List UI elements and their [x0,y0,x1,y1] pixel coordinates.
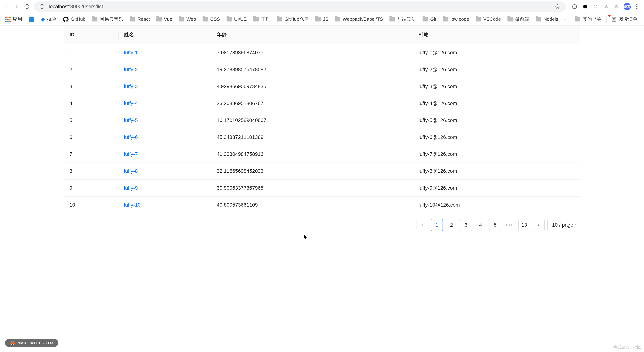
extension-3-icon[interactable] [592,3,599,10]
cell-email: luffy-3@126.com [413,78,580,95]
table-row: 7luffy-741.33304984758916luffy-7@126.com [64,146,580,163]
cell-email: luffy-1@126.com [413,44,580,61]
pagination-next[interactable] [533,219,544,231]
svg-point-7 [596,5,598,6]
pagination-page[interactable]: 3 [460,219,472,231]
col-header-age[interactable]: 年龄 [211,26,413,44]
bookmark-folder[interactable]: 前端算法 [387,15,418,24]
pagination-page-label: 3 [464,222,468,228]
cell-id: 3 [64,78,118,95]
user-name-link[interactable]: luffy-5 [124,117,138,123]
cell-age: 4.9298669069734835 [211,78,413,95]
browser-menu-button[interactable] [634,4,640,9]
folder-icon [253,17,259,22]
user-name-link[interactable]: luffy-10 [124,202,140,208]
pagination-page[interactable]: 2 [446,219,457,231]
pagination-size-select[interactable]: 10 / page [548,219,580,231]
pagination-last-label: 13 [522,222,527,228]
user-name-link[interactable]: luffy-2 [124,67,138,72]
svg-point-6 [594,5,595,6]
bookmark-folder[interactable]: low code [440,15,472,23]
folder-icon [277,17,282,22]
bookmark-folder[interactable]: VSCode [473,15,504,23]
cell-id: 10 [64,197,118,213]
folder-icon [156,17,162,22]
extension-4-icon[interactable] [602,3,610,10]
avatar-label: 德友 [624,4,631,9]
user-name-link[interactable]: luffy-9 [124,185,138,191]
forward-button[interactable] [12,2,22,12]
url-host: localhost [49,4,69,10]
bookmark-folder[interactable]: UI/UE [224,15,249,23]
bookmark-folder[interactable]: Vue [154,15,175,23]
bookmark-folder[interactable]: JS [313,15,331,23]
bookmark-label: JS [323,16,328,22]
user-name-link[interactable]: luffy-6 [124,134,138,140]
pagination-page[interactable]: 5 [489,219,501,231]
cell-name: luffy-3 [118,78,211,95]
user-name-link[interactable]: luffy-8 [124,168,138,174]
site-info-icon[interactable] [39,4,45,10]
bookmark-folder[interactable]: 网易云音乐 [90,15,126,24]
bookmark-apps[interactable]: 应用 [2,15,25,24]
bookmark-folder[interactable]: 正则 [251,15,273,24]
pagination-ellipsis[interactable]: ••• [504,219,516,231]
col-header-email[interactable]: 邮箱 [413,26,580,44]
bookmark-juejin[interactable]: ◆掘金 [38,15,59,24]
table-row: 4luffy-423.20886951806767luffy-4@126.com [64,95,580,112]
pagination-last[interactable]: 13 [518,219,530,231]
pagination-prev[interactable] [416,219,428,231]
extension-1-icon[interactable] [571,3,578,10]
bookmark-folder[interactable]: Nodejs [533,15,561,23]
bookmark-star-icon[interactable] [554,3,561,10]
bookmark-overflow[interactable]: » [562,16,568,22]
bookmark-folder[interactable]: CSS [200,15,222,23]
col-header-id[interactable]: ID [64,26,118,44]
chevron-down-icon [574,222,578,228]
bookmark-folder[interactable]: React [127,15,152,23]
bookmark-item[interactable] [26,16,37,23]
user-name-link[interactable]: luffy-7 [124,151,138,157]
cell-email: luffy-2@126.com [413,61,580,78]
user-name-link[interactable]: luffy-1 [124,50,138,55]
bookmark-reading-list[interactable]: 阅读清单 [609,15,640,24]
col-header-name[interactable]: 姓名 [118,26,211,44]
bookmark-github[interactable]: GitHub [60,15,88,23]
url-box[interactable]: localhost :3000/users/list [34,2,566,12]
reload-button[interactable] [22,2,32,12]
bookmark-folder[interactable]: Web [176,15,198,23]
cell-age: 40.800573661109 [211,197,413,213]
folder-icon [508,17,513,22]
chevron-left-icon [420,223,424,227]
cell-name: luffy-2 [118,61,211,78]
user-name-link[interactable]: luffy-3 [124,84,138,89]
cell-email: luffy-5@126.com [413,112,580,129]
cell-id: 1 [64,44,118,61]
cell-age: 45.34337211101389 [211,129,413,146]
cell-name: luffy-9 [118,180,211,197]
cell-name: luffy-4 [118,95,211,112]
table-row: 8luffy-832.11665608452033luffy-8@126.com [64,163,580,180]
cell-name: luffy-6 [118,129,211,146]
folder-icon [130,17,135,22]
user-name-link[interactable]: luffy-4 [124,101,138,106]
svg-point-4 [572,4,577,9]
folder-icon [226,17,232,22]
cell-email: luffy-10@126.com [413,197,580,213]
profile-avatar[interactable]: 德友 [624,3,631,10]
cell-name: luffy-7 [118,146,211,163]
back-button[interactable] [2,2,12,12]
cell-age: 41.33304984758916 [211,146,413,163]
bookmark-folder[interactable]: GitHub仓库 [274,15,311,24]
pagination-page[interactable]: 4 [475,219,486,231]
bookmark-folder[interactable]: Git [420,15,439,23]
extension-2-icon[interactable] [582,3,589,10]
bookmark-other[interactable]: 其他书签 [572,15,604,24]
folder-icon [315,17,321,22]
bookmark-folder[interactable]: Webpack/Babel/TS [332,15,386,23]
pagination-page-label: 2 [450,222,453,228]
pagination-page[interactable]: 1 [431,219,443,231]
cell-age: 23.20886951806767 [211,95,413,112]
bookmark-folder[interactable]: 微前端 [505,15,532,24]
extensions-puzzle-icon[interactable] [613,3,620,10]
